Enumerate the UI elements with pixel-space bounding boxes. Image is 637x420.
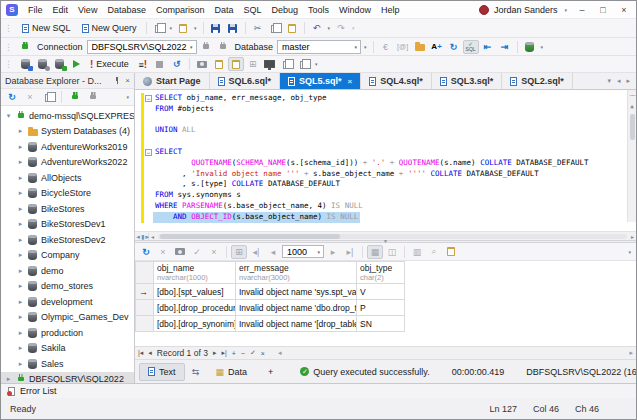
tab-scroll-left-icon[interactable]: ◂ [617, 77, 621, 85]
next-record-icon[interactable]: ▸ [213, 349, 217, 357]
connect-button[interactable] [198, 40, 214, 54]
grid-view-button[interactable]: ▦ [367, 245, 383, 259]
minimize-button[interactable]: – [574, 3, 590, 17]
page-size-select[interactable]: 1000▾ [282, 245, 324, 258]
export-grid-button[interactable] [443, 245, 459, 259]
tree-item-company[interactable]: ▸Company [1, 248, 134, 264]
expand-icon[interactable]: ▸ [15, 298, 26, 306]
expand-icon[interactable]: ▸ [15, 143, 26, 151]
cut-button[interactable]: ✂ [250, 21, 266, 35]
tab-scroll-right-icon[interactable]: ▸ [626, 77, 630, 85]
splitter-handle-icon[interactable]: ◄▮► [135, 233, 149, 240]
expand-icon[interactable]: ▸ [15, 251, 26, 259]
menu-debug[interactable]: Debug [266, 4, 303, 16]
grid-cell[interactable]: [dbo].[spt_values] [154, 284, 236, 300]
pin-panel-icon[interactable] [113, 76, 121, 85]
menu-window[interactable]: Window [334, 4, 376, 16]
code-area[interactable]: −SELECT obj_name, err_message, obj_typeF… [135, 90, 636, 231]
editor-vertical-scrollbar[interactable]: ––▲ [627, 90, 636, 222]
sql-editor[interactable]: −SELECT obj_name, err_message, obj_typeF… [135, 90, 636, 240]
grid-cell[interactable]: Invalid object name 'sys.spt_values'. [236, 284, 357, 300]
grid-cell[interactable]: P [357, 300, 405, 316]
explorer-refresh-button[interactable]: ↻ [4, 90, 20, 104]
tab-start-page[interactable]: Start Page [135, 73, 210, 89]
toolbar-grip[interactable]: ⋮ [4, 23, 13, 33]
table-row[interactable]: →[dbo].[spt_values]Invalid object name '… [136, 284, 405, 300]
toolbar-grip[interactable]: ⋮ [4, 42, 13, 52]
commit-button[interactable]: ✓ [189, 245, 205, 259]
connection-select[interactable]: DBFSQLSRV\SQL2022▾ [87, 40, 197, 54]
last-page-button[interactable]: ▸| [342, 245, 358, 259]
tree-item-olympic-games-dev[interactable]: ▸Olympic_Games_Dev [1, 310, 134, 326]
copy-button[interactable] [267, 21, 283, 35]
tree-item-demo[interactable]: ▸demo [1, 263, 134, 279]
tree-item-bikestoresdev1[interactable]: ▸BikeStoresDev1 [1, 217, 134, 233]
new-connection-button[interactable] [17, 40, 33, 54]
scroll-right-icon[interactable]: ▸ [629, 233, 636, 240]
find-in-grid-button[interactable]: ⌕ [426, 245, 442, 259]
stop-button[interactable] [152, 57, 168, 71]
user-name[interactable]: Jordan Sanders [494, 5, 558, 15]
paste-button[interactable] [284, 21, 300, 35]
expand-icon[interactable]: ▸ [15, 205, 26, 213]
user-avatar[interactable] [479, 5, 489, 15]
maximize-button[interactable]: □ [595, 3, 611, 17]
scroll-left-icon[interactable]: ◂ [149, 233, 156, 240]
outdent-button[interactable]: ⇤ [480, 40, 496, 54]
validate-sql-button[interactable]: ✓SQL [463, 40, 479, 54]
results-cancel-button[interactable]: × [155, 245, 171, 259]
grid-cell[interactable]: [dbo].[drop_procedure] [154, 300, 236, 316]
explorer-properties-button[interactable] [40, 90, 56, 104]
toolbar-overflow-caret-icon[interactable]: ▾ [313, 61, 320, 67]
expand-icon[interactable]: ▸ [15, 189, 26, 197]
expand-icon[interactable]: ▸ [15, 174, 26, 182]
paging-mode-button[interactable]: ⊞ [231, 245, 247, 259]
data-view-tab[interactable]: ▦Data [207, 363, 257, 381]
expand-icon[interactable]: ▸ [15, 127, 26, 135]
tree-item-allobjects[interactable]: ▸AllObjects [1, 170, 134, 186]
grid-cell[interactable]: Invalid object name 'dbo.drop_table' [236, 300, 357, 316]
user-menu-caret-icon[interactable]: ▾ [562, 7, 569, 13]
new-document-caret-icon[interactable]: ▾ [168, 25, 175, 31]
delete-record-icon[interactable]: − [241, 350, 245, 357]
new-query-button[interactable]: New Query [77, 22, 142, 34]
menu-edit[interactable]: Edit [48, 4, 74, 16]
database-select[interactable]: master▾ [277, 40, 361, 54]
menu-comparison[interactable]: Comparison [151, 4, 210, 16]
expand-icon[interactable]: ▸ [3, 375, 14, 383]
first-page-button[interactable]: ◂| [248, 245, 264, 259]
parameters-button[interactable]: [@] [395, 40, 411, 54]
undo-button[interactable]: ↶ [309, 21, 325, 35]
menu-view[interactable]: View [73, 4, 102, 16]
export-sql-button[interactable] [522, 40, 538, 54]
tree-item-development[interactable]: ▸development [1, 294, 134, 310]
menu-file[interactable]: File [23, 4, 48, 16]
expand-icon[interactable]: ▸ [15, 344, 26, 352]
append-record-icon[interactable]: + [232, 350, 236, 357]
tree-item-production[interactable]: ▸production [1, 325, 134, 341]
menu-data[interactable]: Data [209, 4, 238, 16]
explorer-delete-button[interactable]: × [22, 90, 38, 104]
cancel-edit-icon[interactable]: × [261, 350, 265, 357]
disconnect-button[interactable] [215, 40, 231, 54]
database-settings-button[interactable] [34, 57, 50, 71]
column-chooser-button[interactable]: ▥ [409, 245, 425, 259]
menu-help[interactable]: Help [376, 4, 405, 16]
fold-marker-icon[interactable]: − [145, 95, 152, 102]
tab-sql6-sql[interactable]: SQL6.sql* [210, 73, 281, 89]
tree-item-bikestores[interactable]: ▸BikeStores [1, 201, 134, 217]
indent-button[interactable]: ⇥ [497, 40, 513, 54]
results-snapshot-button[interactable] [172, 245, 188, 259]
tree-item-system-databases-4[interactable]: ▸System Databases (4) [1, 124, 134, 140]
tree-item-sales[interactable]: ▸Sales [1, 356, 134, 372]
new-sql-button[interactable]: New SQL [17, 22, 76, 34]
preview-button[interactable] [262, 57, 278, 71]
table-row[interactable]: [dbo].[drop_procedure]Invalid object nam… [136, 300, 405, 316]
execute-script-button[interactable]: ≡! [135, 57, 151, 71]
open-file-button[interactable] [175, 21, 191, 35]
last-record-icon[interactable]: ▸| [221, 349, 226, 357]
grid-cell[interactable]: [dbo].[drop_synonim] [154, 316, 236, 332]
menu-tools[interactable]: Tools [303, 4, 334, 16]
tree-item-bicyclestore[interactable]: ▸BicycleStore [1, 186, 134, 202]
card-view-button[interactable]: ◫ [384, 245, 400, 259]
